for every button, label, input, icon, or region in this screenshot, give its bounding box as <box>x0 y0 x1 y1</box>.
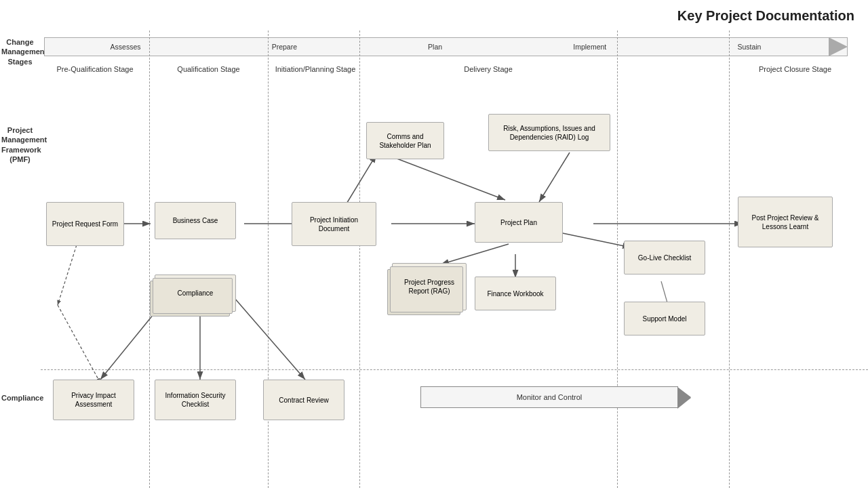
privacy-box[interactable]: Privacy Impact Assessment <box>53 380 134 420</box>
raid-box[interactable]: Risk, Assumptions, Issues and Dependenci… <box>488 114 610 151</box>
ppr-box[interactable]: Project Progress Report (RAG) <box>392 263 467 310</box>
closure-stage: Project Closure Stage <box>732 64 858 75</box>
finance-box[interactable]: Finance Workbook <box>475 277 556 310</box>
project-plan-box[interactable]: Project Plan <box>475 202 563 243</box>
support-box[interactable]: Support Model <box>624 302 705 336</box>
page-title: Key Project Documentation <box>677 8 854 24</box>
pmf-label: Project Management Framework (PMF) <box>1 125 39 164</box>
stage-plan: Plan <box>428 43 442 51</box>
svg-line-18 <box>58 305 100 383</box>
monitor-control-bar: Monitor and Control <box>420 386 678 408</box>
golive-box[interactable]: Go-Live Checklist <box>624 241 705 274</box>
stage-implement: Implement <box>573 43 606 51</box>
stage-prepare: Prepare <box>272 43 297 51</box>
change-management-label: Change Management Stages <box>1 37 39 66</box>
compliance-hline <box>41 369 868 370</box>
svg-line-8 <box>441 244 509 264</box>
info-sec-box[interactable]: Information Security Checklist <box>155 380 236 420</box>
compliance-label: Compliance <box>1 393 39 403</box>
pre-qual-stage: Pre-Qualification Stage <box>44 64 146 75</box>
qual-stage: Qualification Stage <box>153 64 264 75</box>
change-management-bar: Assesses Prepare Plan Implement Sustain <box>44 37 848 56</box>
stage-assesses: Assesses <box>111 43 141 51</box>
vline-3 <box>359 30 360 488</box>
svg-line-5 <box>393 157 505 200</box>
business-case-box[interactable]: Business Case <box>155 202 236 239</box>
stage-sustain: Sustain <box>737 43 761 51</box>
comms-box[interactable]: Comms and Stakeholder Plan <box>366 122 444 159</box>
vline-4 <box>617 30 618 488</box>
vline-1 <box>149 30 150 488</box>
post-project-box[interactable]: Post Project Review & Lessons Learnt <box>738 197 833 247</box>
svg-line-10 <box>556 232 631 247</box>
svg-line-6 <box>346 155 376 205</box>
init-stage: Initiation/Planning Stage <box>271 64 359 75</box>
project-request-box[interactable]: Project Request Form <box>46 202 124 246</box>
vline-5 <box>729 30 730 488</box>
delivery-stage: Delivery Stage <box>363 64 614 75</box>
contract-box[interactable]: Contract Review <box>263 380 344 420</box>
svg-line-17 <box>58 241 78 305</box>
svg-line-7 <box>539 152 570 202</box>
compliance-box[interactable]: Compliance <box>155 274 236 312</box>
pid-box[interactable]: Project Initiation Document <box>292 202 376 246</box>
